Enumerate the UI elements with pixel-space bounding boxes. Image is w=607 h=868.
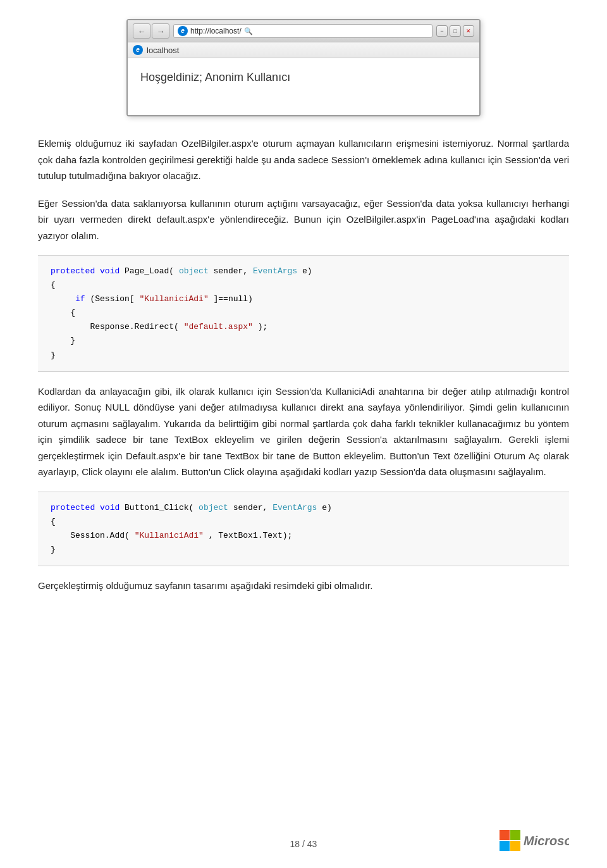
maximize-button[interactable]: □ — [450, 25, 461, 37]
code2-line-3: Session.Add( "KullaniciAdi" , TextBox1.T… — [51, 529, 556, 543]
code-line-1: protected void Page_Load( object sender,… — [51, 264, 556, 278]
minimize-button[interactable]: − — [436, 25, 448, 37]
paragraph-4: Gerçekleştirmiş olduğumuz sayfanın tasar… — [38, 578, 569, 594]
close-button[interactable]: ✕ — [463, 25, 474, 37]
code2-line-4: } — [51, 543, 556, 557]
svg-rect-1 — [510, 830, 520, 840]
address-bar[interactable]: e http://localhost/ 🔍 — [173, 24, 432, 38]
browser-nav-buttons: ← → — [133, 23, 169, 39]
code-line-2: { — [51, 278, 556, 292]
browser-window: ← → e http://localhost/ 🔍 − □ ✕ e localh… — [126, 19, 481, 116]
forward-button[interactable]: → — [152, 23, 169, 39]
svg-rect-2 — [500, 841, 510, 851]
welcome-text: Hoşgeldiniz; Anonim Kullanıcı — [140, 71, 467, 84]
paragraph-1: Eklemiş olduğumuz iki sayfadan OzelBilgi… — [38, 135, 569, 184]
code-line-7: } — [51, 349, 556, 363]
ie-icon: e — [178, 26, 188, 36]
code-line-5: Response.Redirect( "default.aspx" ); — [51, 320, 556, 334]
page-number: 18 / 43 — [290, 839, 317, 849]
paragraph-3: Kodlardan da anlayacağın gibi, ilk olara… — [38, 383, 569, 480]
code-block-2: protected void Button1_Click( object sen… — [38, 492, 569, 566]
tab-ie-icon: e — [133, 45, 143, 55]
svg-rect-3 — [510, 841, 520, 851]
search-icon: 🔍 — [244, 27, 253, 35]
microsoft-logo: Microsoft — [500, 830, 569, 855]
code2-line-2: { — [51, 515, 556, 529]
code-block-1: protected void Page_Load( object sender,… — [38, 255, 569, 372]
code2-line-1: protected void Button1_Click( object sen… — [51, 501, 556, 515]
back-button[interactable]: ← — [133, 23, 150, 39]
svg-rect-0 — [500, 830, 510, 840]
tab-label: localhost — [147, 46, 179, 55]
code-line-4: { — [51, 306, 556, 320]
microsoft-logo-svg: Microsoft — [500, 830, 569, 852]
code-line-6: } — [51, 334, 556, 348]
browser-content: Hoşgeldiniz; Anonim Kullanıcı — [128, 58, 479, 115]
paragraph-2: Eğer Session'da data saklanıyorsa kullan… — [38, 195, 569, 244]
code-line-3: if (Session[ "KullaniciAdi" ]==null) — [51, 292, 556, 306]
browser-tab-bar: e localhost — [128, 42, 479, 58]
svg-text:Microsoft: Microsoft — [524, 834, 569, 848]
browser-titlebar: ← → e http://localhost/ 🔍 − □ ✕ — [128, 20, 479, 42]
url-text: http://localhost/ — [190, 27, 242, 35]
